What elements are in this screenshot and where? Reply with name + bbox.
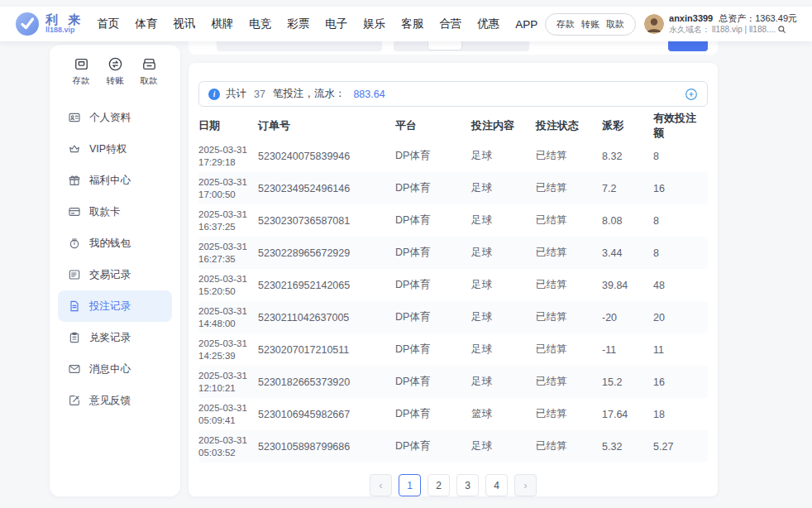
cell-bet-content: 足球 — [471, 213, 536, 228]
cell-date: 2025-03-31 17:00:50 — [198, 176, 258, 201]
brand-name: 利 来 — [45, 13, 84, 26]
cell-payout: 7.2 — [602, 183, 653, 194]
summary-prefix: 共计 — [226, 87, 246, 101]
cell-platform: DP体育 — [395, 310, 471, 324]
header-wallet-action[interactable]: 存款 — [556, 18, 575, 31]
header-wallet-action[interactable]: 取款 — [606, 18, 624, 31]
deposit-icon — [74, 56, 89, 72]
brand-logo[interactable]: 利 来 ll188.vip — [15, 12, 84, 36]
cell-order-number: 5230182665373920 — [258, 376, 395, 388]
cell-valid-bet: 18 — [653, 409, 708, 420]
bet-record-icon — [68, 300, 81, 313]
cell-platform: DP体育 — [395, 407, 471, 421]
pagination: ‹ 1234 › — [189, 474, 718, 496]
main-nav: 首页体育视讯棋牌电竞彩票电子娱乐客服合营优惠APP — [97, 17, 537, 31]
brand-domain: ll188.vip — [45, 26, 84, 34]
cell-bet-status: 已结算 — [536, 149, 602, 163]
cell-platform: DP体育 — [395, 213, 471, 228]
bank-card-icon — [68, 205, 81, 218]
cell-bet-content: 足球 — [471, 343, 536, 357]
gift-icon — [68, 174, 81, 187]
sidebar-menu: 个人资料 VIP特权 福利中心 取款卡 我的钱包 — [50, 102, 180, 416]
cell-date: 2025-03-31 12:10:21 — [198, 370, 258, 395]
sidebar-quick-action[interactable]: 转账 — [107, 56, 124, 87]
nav-item[interactable]: 棋牌 — [211, 17, 233, 31]
sidebar-quick-actions: 存款 转账 取款 — [50, 55, 180, 95]
cell-bet-status: 已结算 — [536, 343, 602, 357]
pagination-page[interactable]: 4 — [485, 474, 508, 496]
user-account[interactable]: anxin3399总资产：1363.49元 永久域名：ll188.vip | l… — [644, 13, 797, 35]
header-wallet-action[interactable]: 转账 — [581, 18, 599, 31]
nav-item[interactable]: 优惠 — [477, 17, 499, 31]
table-header: 日期订单号平台投注内容投注状态派彩有效投注额 — [198, 112, 708, 140]
table-row: 2025-03-31 15:20:50 5230216952142065 DP体… — [198, 269, 708, 301]
cell-date: 2025-03-31 16:37:25 — [198, 208, 258, 233]
avatar[interactable] — [644, 14, 664, 34]
cell-payout: 39.84 — [602, 280, 653, 291]
header-wallet-pill: 存款转账取款 — [545, 13, 636, 36]
cell-platform: DP体育 — [395, 439, 471, 453]
table-row: 2025-03-31 05:03:52 5230105898799686 DP体… — [198, 430, 708, 462]
cell-bet-status: 已结算 — [536, 310, 602, 324]
nav-item[interactable]: APP — [515, 18, 537, 31]
cell-payout: 8.08 — [602, 215, 653, 227]
cell-order-number: 5230230736587081 — [258, 215, 395, 227]
cell-bet-content: 足球 — [471, 246, 536, 260]
pagination-page[interactable]: 3 — [456, 474, 479, 496]
cell-payout: 8.32 — [602, 151, 653, 162]
nav-item[interactable]: 首页 — [97, 17, 119, 31]
sidebar-item[interactable]: 意见反馈 — [58, 385, 172, 416]
table-body: 2025-03-31 17:29:18 5230240075839946 DP体… — [198, 140, 708, 462]
cell-platform: DP体育 — [395, 375, 471, 389]
transaction-icon — [68, 268, 81, 281]
cell-payout: 17.64 — [602, 409, 653, 420]
cell-payout: 15.2 — [602, 376, 653, 388]
cell-order-number: 5230211042637005 — [258, 312, 395, 323]
table-column-header: 平台 — [395, 118, 471, 133]
sidebar-item[interactable]: 消息中心 — [58, 353, 172, 385]
cell-bet-content: 足球 — [471, 181, 536, 195]
plus-circle-icon[interactable] — [685, 88, 698, 101]
sidebar-item[interactable]: 个人资料 — [58, 102, 172, 133]
sidebar-item[interactable]: 我的钱包 — [58, 228, 172, 259]
pagination-page[interactable]: 2 — [427, 474, 450, 496]
sidebar-item[interactable]: 兑奖记录 — [58, 322, 172, 353]
nav-item[interactable]: 彩票 — [287, 17, 309, 31]
sidebar-item[interactable]: 取款卡 — [58, 196, 172, 228]
id-card-icon — [68, 111, 81, 124]
nav-item[interactable]: 娱乐 — [363, 17, 385, 31]
brand-icon — [15, 12, 40, 36]
cell-bet-content: 足球 — [471, 149, 536, 163]
nav-item[interactable]: 客服 — [401, 17, 423, 31]
nav-item[interactable]: 体育 — [135, 17, 157, 31]
sidebar-item[interactable]: 交易记录 — [58, 259, 172, 290]
search-icon[interactable] — [777, 25, 786, 34]
cell-date: 2025-03-31 16:27:35 — [198, 241, 258, 266]
cell-bet-content: 篮球 — [471, 407, 536, 421]
top-header: 利 来 ll188.vip 首页体育视讯棋牌电竞彩票电子娱乐客服合营优惠APP … — [0, 7, 812, 41]
nav-item[interactable]: 电子 — [325, 17, 347, 31]
sidebar-quick-action[interactable]: 取款 — [141, 56, 158, 87]
table-column-header: 派彩 — [602, 118, 653, 133]
table-row: 2025-03-31 12:10:21 5230182665373920 DP体… — [198, 366, 708, 398]
cell-bet-status: 已结算 — [536, 439, 602, 453]
cell-payout: -20 — [602, 312, 653, 323]
pagination-prev[interactable]: ‹ — [370, 474, 392, 496]
cell-valid-bet: 8 — [653, 151, 708, 162]
nav-item[interactable]: 合营 — [439, 17, 461, 31]
cell-payout: 3.44 — [602, 247, 653, 259]
cell-platform: DP体育 — [395, 181, 471, 195]
pagination-next[interactable]: › — [514, 474, 537, 496]
sidebar-item[interactable]: VIP特权 — [58, 133, 172, 165]
sidebar-quick-action[interactable]: 存款 — [73, 56, 90, 87]
nav-item[interactable]: 视讯 — [173, 17, 195, 31]
sidebar-item[interactable]: 福利中心 — [58, 165, 172, 196]
cell-bet-status: 已结算 — [536, 375, 602, 389]
cell-order-number: 5230228965672929 — [258, 247, 395, 259]
nav-item[interactable]: 电竞 — [249, 17, 271, 31]
pagination-page[interactable]: 1 — [399, 474, 421, 496]
cell-payout: 5.32 — [602, 441, 653, 453]
sidebar-item[interactable]: 投注记录 — [58, 290, 172, 322]
cell-platform: DP体育 — [395, 149, 471, 163]
table-column-header: 投注内容 — [471, 118, 536, 133]
